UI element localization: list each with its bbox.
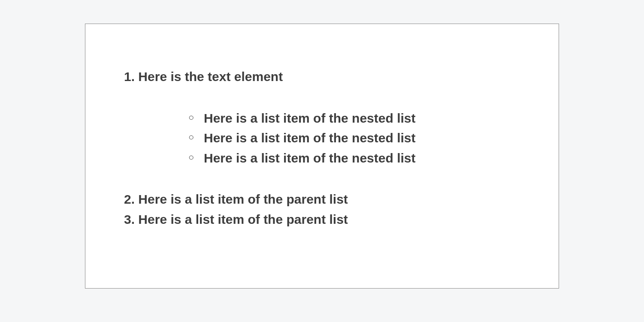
ordered-list-item-2: Here is a list item of the parent list bbox=[124, 190, 520, 210]
nested-list-item: Here is a list item of the nested list bbox=[188, 148, 520, 169]
nested-list-item: Here is a list item of the nested list bbox=[188, 128, 520, 148]
ordered-list-item-text: Here is a list item of the parent list bbox=[138, 212, 348, 226]
nested-list-item-text: Here is a list item of the nested list bbox=[204, 111, 415, 125]
nested-list: Here is a list item of the nested list H… bbox=[188, 108, 520, 169]
ordered-list-item-3: Here is a list item of the parent list bbox=[124, 210, 520, 230]
ordered-list-item-text: Here is the text element bbox=[138, 69, 283, 84]
nested-list-item-text: Here is a list item of the nested list bbox=[204, 151, 415, 165]
ordered-list: Here is the text element Here is a list … bbox=[124, 67, 520, 229]
ordered-list-item-1: Here is the text element Here is a list … bbox=[124, 67, 520, 168]
nested-list-item: Here is a list item of the nested list bbox=[188, 108, 520, 129]
document-frame: Here is the text element Here is a list … bbox=[85, 24, 559, 289]
nested-list-item-text: Here is a list item of the nested list bbox=[204, 131, 415, 145]
ordered-list-item-text: Here is a list item of the parent list bbox=[138, 192, 348, 206]
